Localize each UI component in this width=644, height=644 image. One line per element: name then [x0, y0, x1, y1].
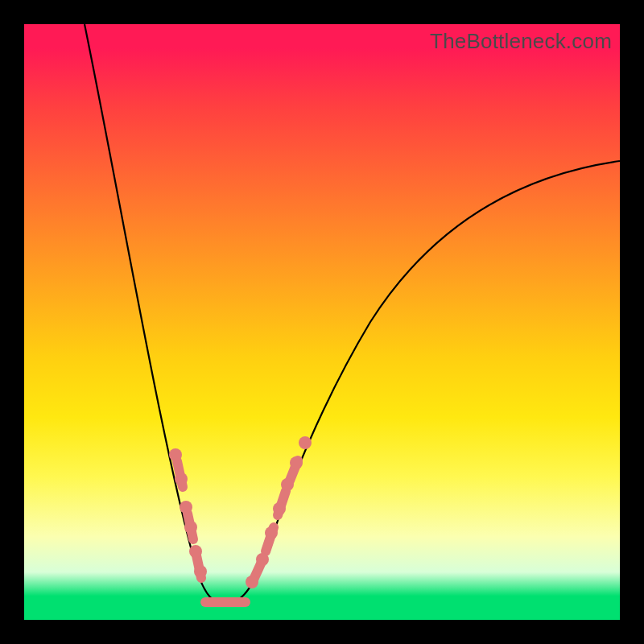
marker-right-dot-1 — [256, 553, 269, 566]
marker-right-dot-6 — [299, 436, 312, 449]
marker-layer — [169, 436, 312, 602]
marker-right-dot-2 — [265, 526, 278, 539]
marker-left-dot-0 — [169, 448, 182, 461]
curve-right-branch — [225, 161, 620, 604]
marker-right-dot-4 — [281, 478, 294, 491]
marker-right-dot-3 — [273, 502, 286, 515]
curve-left-branch — [85, 24, 225, 604]
chart-svg — [24, 24, 620, 620]
chart-frame: TheBottleneck.com — [24, 24, 620, 620]
marker-left-dot-2 — [180, 501, 192, 514]
marker-right-dot-0 — [246, 576, 258, 588]
marker-right-dot-5 — [290, 456, 303, 469]
marker-left-dot-1 — [175, 473, 188, 485]
marker-left-dot-3 — [184, 521, 197, 534]
marker-left-dot-4 — [189, 545, 202, 558]
marker-left-dot-5 — [194, 565, 207, 578]
